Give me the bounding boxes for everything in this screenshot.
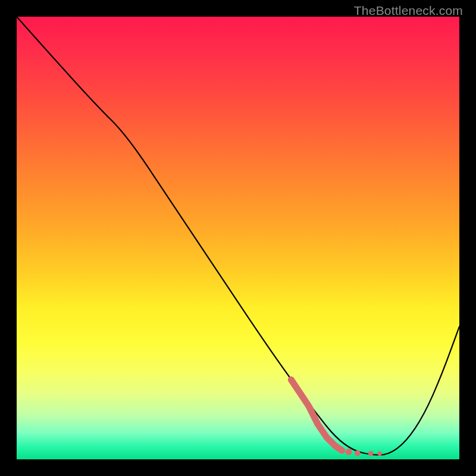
highlight-dot [368, 451, 374, 456]
highlight-dot [355, 450, 361, 456]
highlight-segment-line [291, 380, 342, 450]
highlight-dot [377, 452, 381, 456]
watermark-text: TheBottleneck.com [354, 4, 463, 18]
bottleneck-curve-line [17, 17, 459, 455]
highlight-dot [346, 449, 352, 455]
chart-svg [17, 17, 459, 459]
plot-area [17, 17, 459, 459]
chart-frame: TheBottleneck.com [0, 0, 476, 476]
